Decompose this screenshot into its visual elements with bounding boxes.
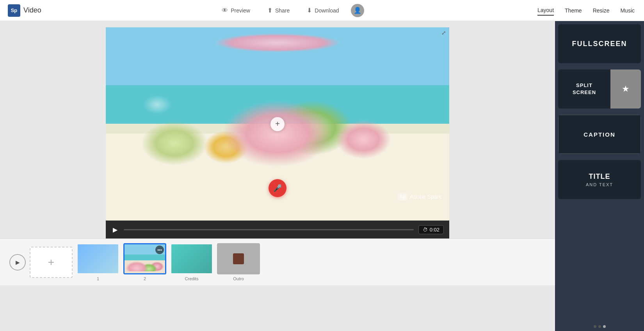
caption-label: CAPTION	[558, 115, 641, 154]
title-main: TITLE	[589, 173, 610, 181]
outro-thumb[interactable]	[217, 243, 260, 274]
play-icon: ▶	[16, 259, 20, 265]
user-avatar[interactable]: 👤	[351, 4, 364, 17]
timeline: ▶ + 1 •••	[0, 238, 555, 285]
slide-2-more-button[interactable]: •••	[155, 246, 164, 254]
time-display: ⏱ 0:02	[418, 225, 444, 234]
layout-fullscreen-card[interactable]: FULLSCREEN	[558, 24, 641, 63]
timeline-item-2: ••• 2	[123, 243, 166, 281]
star-icon: ★	[622, 84, 630, 94]
watermark-text: Adobe Spark	[410, 194, 441, 200]
slide-2-number: 2	[123, 276, 166, 281]
thumb-flower-colors	[125, 256, 165, 271]
share-icon: ⬆	[267, 7, 272, 14]
music-tab[interactable]: Music	[620, 6, 635, 15]
header-right-nav: Layout Theme Resize Music	[528, 5, 644, 16]
panel-spacer	[555, 202, 644, 322]
split-screen-left: SPLITSCREEN	[558, 69, 610, 109]
preview-button[interactable]: 👁 Preview	[213, 4, 259, 17]
timeline-item-credits: Credits	[170, 243, 213, 281]
header-center-nav: 👁 Preview ⬆ Share ⬇ Download 👤	[49, 4, 528, 17]
panel-pagination-dots	[555, 322, 644, 331]
mic-icon: 🎤	[273, 184, 282, 192]
title-sub: AND TEXT	[586, 182, 613, 187]
layout-tab[interactable]: Layout	[537, 5, 554, 16]
canvas-area: ⤢ Sp Adobe Spark + 🎤 ▶	[0, 21, 555, 331]
credits-label: Credits	[170, 276, 213, 281]
download-icon: ⬇	[307, 7, 312, 14]
app-logo: Sp Video	[0, 4, 49, 17]
add-content-button[interactable]: +	[270, 117, 285, 131]
slide-1-number: 1	[76, 276, 119, 281]
timeline-thumb-1[interactable]	[76, 243, 119, 274]
right-panel: FULLSCREEN SPLITSCREEN ★ CAPTION TITLE	[555, 21, 644, 331]
timeline-play-button[interactable]: ▶	[9, 254, 26, 270]
download-button[interactable]: ⬇ Download	[298, 4, 347, 17]
watermark-sp-badge: Sp	[398, 193, 407, 200]
layout-title-card[interactable]: TITLE AND TEXT	[558, 160, 641, 199]
video-canvas: Sp Adobe Spark + 🎤	[106, 27, 449, 221]
title-text-container: TITLE AND TEXT	[558, 160, 641, 199]
timeline-item-outro: Outro	[217, 243, 260, 281]
resize-tab[interactable]: Resize	[593, 6, 610, 15]
panel-dot-2[interactable]	[598, 325, 601, 328]
split-screen-container: SPLITSCREEN ★	[558, 69, 641, 109]
layout-caption-card[interactable]: CAPTION	[558, 115, 641, 154]
clock-icon: ⏱	[423, 227, 428, 233]
add-slide-button[interactable]: +	[30, 247, 73, 278]
thumb-bg-1	[78, 244, 118, 273]
panel-dot-3[interactable]	[603, 325, 606, 328]
logo-badge: Sp	[8, 4, 20, 17]
progress-bar[interactable]	[124, 229, 414, 230]
add-icon: +	[48, 256, 54, 269]
timeline-item-1: 1	[76, 243, 119, 281]
fullscreen-label: FULLSCREEN	[558, 24, 641, 63]
header: Sp Video 👁 Preview ⬆ Share ⬇ Download 👤 …	[0, 0, 644, 21]
timeline-thumb-credits[interactable]	[170, 243, 213, 274]
watermark: Sp Adobe Spark	[398, 193, 441, 200]
split-screen-right: ★	[610, 69, 641, 109]
microphone-button[interactable]: 🎤	[269, 179, 286, 197]
video-controls: ▶ ⏱ 0:02	[106, 221, 449, 238]
share-button[interactable]: ⬆ Share	[259, 4, 298, 17]
fullscreen-icon[interactable]: ⤢	[438, 27, 449, 38]
outro-label: Outro	[217, 276, 260, 281]
outro-icon	[233, 253, 244, 264]
layout-split-card[interactable]: SPLITSCREEN ★	[558, 69, 641, 109]
eye-icon: 👁	[222, 7, 228, 14]
theme-tab[interactable]: Theme	[565, 6, 582, 15]
canvas-wrapper: ⤢ Sp Adobe Spark + 🎤 ▶	[106, 27, 449, 238]
app-name: Video	[23, 6, 41, 14]
main-layout: ⤢ Sp Adobe Spark + 🎤 ▶	[0, 21, 644, 331]
panel-dot-1[interactable]	[594, 325, 596, 328]
more-icon: •••	[157, 247, 162, 252]
play-button[interactable]: ▶	[111, 224, 119, 235]
thumb-bg-credits	[171, 244, 212, 273]
